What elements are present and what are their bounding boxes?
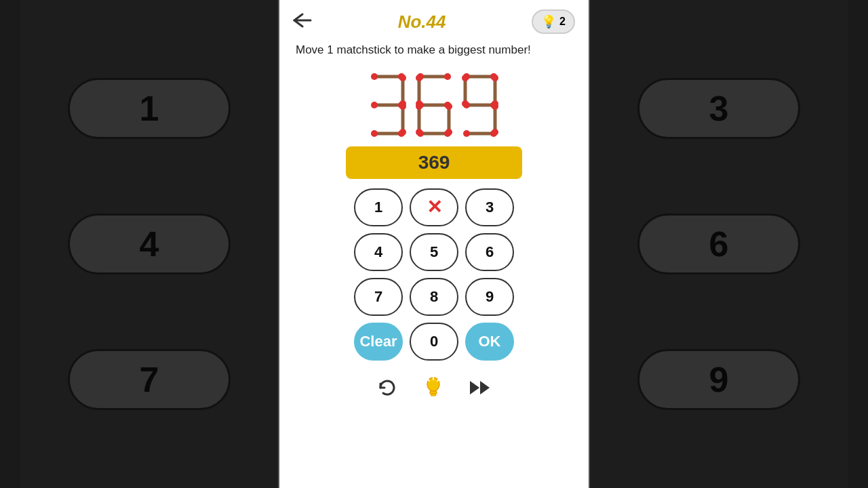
bg-btn-7: 7: [68, 349, 231, 410]
key-delete[interactable]: ✕: [410, 188, 458, 226]
svg-point-30: [417, 130, 424, 137]
x-icon: ✕: [427, 198, 442, 217]
puzzle-number: No.44: [398, 12, 446, 33]
keypad-row-3: 7 8 9: [354, 278, 514, 316]
keypad-row-1: 1 ✕ 3: [354, 188, 514, 226]
svg-point-12: [399, 75, 406, 81]
bg-panel-left: 1 4 7: [20, 0, 278, 488]
bg-btn-3: 3: [637, 78, 800, 139]
keypad-row-4: Clear 0 OK: [354, 323, 514, 361]
hint-control-button[interactable]: [422, 375, 444, 405]
key-7[interactable]: 7: [354, 278, 403, 316]
svg-line-57: [437, 380, 439, 381]
instruction-text: Move 1 matchstick to make a biggest numb…: [279, 39, 589, 65]
bottom-controls: [376, 375, 492, 405]
main-panel: No.44 💡 2 Move 1 matchstick to make a bi…: [278, 0, 590, 488]
ok-button[interactable]: OK: [465, 323, 514, 361]
hint-button[interactable]: 💡 2: [532, 9, 575, 34]
bg-btn-6: 6: [637, 214, 800, 274]
svg-line-56: [428, 380, 429, 381]
key-8[interactable]: 8: [410, 278, 458, 316]
back-button[interactable]: [293, 12, 312, 33]
svg-point-48: [492, 103, 498, 110]
top-bar: No.44 💡 2: [279, 0, 589, 39]
key-3[interactable]: 3: [465, 188, 514, 226]
key-5[interactable]: 5: [410, 233, 458, 271]
matchstick-display: [359, 68, 509, 142]
svg-point-50: [463, 130, 470, 137]
key-6[interactable]: 6: [465, 233, 514, 271]
key-0[interactable]: 0: [410, 323, 458, 361]
restart-icon: [376, 377, 398, 399]
key-9[interactable]: 9: [465, 278, 514, 316]
key-4[interactable]: 4: [354, 233, 403, 271]
svg-point-6: [371, 73, 378, 80]
clear-button[interactable]: Clear: [354, 323, 403, 361]
back-icon: [293, 13, 312, 28]
bg-btn-4: 4: [68, 214, 231, 274]
digit-9-svg: [460, 71, 500, 139]
lightbulb-icon: 💡: [541, 14, 556, 29]
svg-point-28: [416, 103, 422, 110]
svg-rect-53: [430, 391, 437, 394]
answer-display: 369: [346, 146, 522, 179]
svg-marker-58: [470, 381, 479, 394]
skip-icon: [469, 378, 492, 397]
digit-6-svg: [414, 71, 454, 139]
svg-point-32: [446, 103, 452, 110]
hint-control-icon: [422, 375, 444, 400]
svg-point-23: [444, 73, 451, 80]
svg-point-46: [463, 102, 470, 108]
bg-btn-1: 1: [68, 78, 231, 139]
svg-point-15: [399, 129, 406, 136]
svg-point-33: [446, 129, 452, 136]
svg-point-14: [399, 103, 406, 110]
bg-panel-right: 3 6 9: [590, 0, 848, 488]
hint-count: 2: [559, 16, 566, 28]
skip-button[interactable]: [469, 378, 492, 402]
digit-3-svg: [368, 71, 408, 139]
svg-point-24: [416, 75, 422, 81]
svg-point-10: [371, 130, 378, 137]
key-1[interactable]: 1: [354, 188, 403, 226]
svg-point-44: [492, 75, 498, 81]
bg-btn-9: 9: [637, 349, 800, 410]
restart-button[interactable]: [376, 377, 398, 403]
svg-rect-54: [431, 394, 436, 396]
svg-point-8: [371, 102, 378, 108]
svg-marker-59: [480, 381, 490, 394]
svg-point-51: [490, 130, 497, 137]
svg-point-42: [462, 75, 469, 81]
keypad-row-2: 4 5 6: [354, 233, 514, 271]
keypad: 1 ✕ 3 4 5 6 7 8 9 Clear 0 OK: [354, 188, 514, 361]
